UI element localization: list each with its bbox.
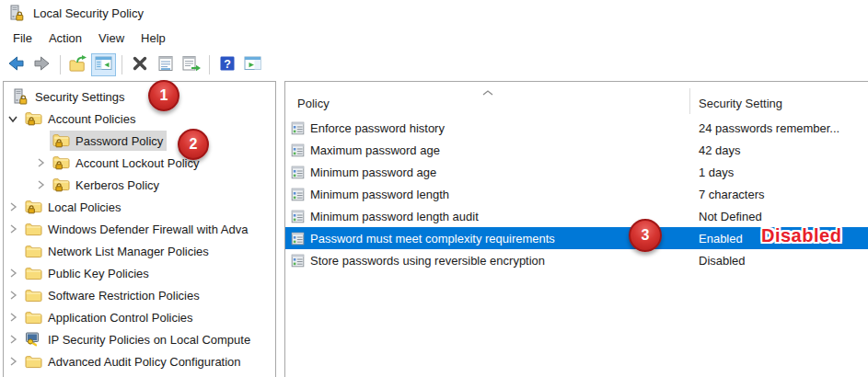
menu-file[interactable]: File (5, 29, 41, 48)
policy-name: Minimum password length (310, 188, 449, 201)
tree-item[interactable]: Kerberos Policy (4, 174, 275, 196)
tree-item[interactable]: Security Settings (4, 86, 275, 108)
annotation-badge-1: 1 (148, 80, 179, 111)
chevron-collapsed-icon[interactable] (7, 290, 18, 301)
chevron-expanded-icon[interactable] (7, 113, 18, 124)
chevron-collapsed-icon[interactable] (7, 268, 18, 279)
menu-bar: FileActionViewHelp (0, 26, 868, 50)
tree-item[interactable]: Application Control Policies (4, 306, 275, 328)
policy-setting: 7 characters (689, 188, 765, 201)
policy-name: Enforce password history (310, 121, 445, 135)
policy-setting: 1 days (689, 166, 734, 179)
tree-item-label: IP Security Policies on Local Compute (48, 333, 250, 347)
tree-item[interactable]: Local Policies (4, 196, 275, 218)
policy-name: Maximum password age (310, 143, 440, 157)
list-rows: Enforce password history24 passwords rem… (285, 117, 868, 271)
tree-item-label: Public Key Policies (48, 267, 149, 280)
policy-setting: Enabled (689, 232, 743, 246)
chevron-collapsed-icon[interactable] (7, 223, 18, 234)
delete-button[interactable] (127, 53, 152, 76)
chevron-collapsed-icon[interactable] (35, 157, 46, 168)
toolbar: ? (0, 50, 868, 79)
app-icon (7, 5, 26, 22)
console-tree-icon (94, 54, 113, 74)
tree-item-label: Account Policies (48, 112, 135, 126)
policy-icon (291, 188, 305, 201)
folder-lock-icon (24, 111, 42, 126)
properties-icon (156, 54, 175, 75)
tree-item[interactable]: IP Security Policies on Local Compute (4, 328, 275, 350)
tree-item-label: Advanced Audit Policy Configuration (48, 355, 241, 369)
policy-icon (291, 166, 305, 179)
folder-export-icon (68, 54, 88, 75)
policy-icon (291, 254, 305, 268)
folder-lock-icon (52, 155, 70, 170)
chevron-collapsed-icon[interactable] (7, 201, 18, 212)
chevron-collapsed-icon[interactable] (35, 179, 46, 190)
policy-name: Minimum password age (310, 166, 436, 179)
tree-item[interactable]: Password Policy (4, 130, 275, 152)
policy-name: Store passwords using reversible encrypt… (310, 254, 545, 268)
folder-icon (24, 355, 42, 369)
folder-icon (24, 311, 42, 325)
column-header-security-setting[interactable]: Security Setting (689, 97, 782, 115)
ipsec-icon (24, 332, 42, 347)
show-action-pane-button[interactable] (240, 53, 265, 76)
action-pane-icon (243, 54, 262, 74)
tree-item[interactable]: Account Policies (4, 108, 275, 130)
menu-view[interactable]: View (90, 29, 133, 48)
tree-item[interactable]: Network List Manager Policies (4, 240, 275, 262)
back-button[interactable] (4, 53, 29, 76)
toolbar-separator (209, 55, 210, 74)
chevron-collapsed-icon[interactable] (7, 356, 18, 367)
tree-item-label: Software Restriction Policies (48, 289, 200, 303)
table-row[interactable]: Minimum password age1 days (285, 161, 868, 183)
tree-item-label: Network List Manager Policies (48, 245, 209, 258)
tree-item-label: Local Policies (48, 200, 122, 214)
folder-icon (24, 245, 42, 258)
back-arrow-icon (6, 54, 26, 75)
svg-text:?: ? (224, 57, 231, 70)
policy-icon (291, 210, 305, 223)
menu-help[interactable]: Help (133, 29, 174, 48)
folder-lock-icon (52, 133, 70, 148)
column-divider[interactable] (689, 88, 690, 114)
sort-ascending-icon[interactable] (481, 86, 494, 99)
table-row[interactable]: Maximum password age42 days (285, 139, 868, 161)
chevron-collapsed-icon[interactable] (7, 334, 18, 345)
properties-button[interactable] (153, 53, 178, 76)
tree-item[interactable]: Advanced Audit Policy Configuration (4, 350, 275, 372)
policy-name: Minimum password length audit (310, 210, 479, 223)
toolbar-separator (122, 55, 122, 74)
policy-setting: Not Defined (689, 210, 762, 223)
tree-item[interactable]: Account Lockout Policy (4, 152, 275, 174)
table-row[interactable]: Enforce password history24 passwords rem… (285, 117, 868, 139)
toolbar-separator (60, 55, 61, 74)
help-button[interactable]: ? (214, 53, 239, 76)
table-row[interactable]: Minimum password length auditNot Defined (285, 205, 868, 227)
tree-item[interactable]: Public Key Policies (4, 262, 275, 284)
tree-item[interactable]: Windows Defender Firewall with Adva (4, 218, 275, 240)
show-console-tree-button[interactable] (91, 53, 116, 76)
folder-icon (24, 267, 42, 280)
folder-icon (24, 223, 42, 236)
tree-item-label: Security Settings (35, 90, 125, 104)
policy-setting: 42 days (689, 143, 741, 157)
tree-item-label: Account Lockout Policy (75, 156, 199, 170)
chevron-collapsed-icon[interactable] (7, 312, 18, 323)
policy-setting: Disabled (689, 254, 746, 268)
annotation-badge-2: 2 (178, 129, 209, 160)
annotation-badge-3: 3 (629, 219, 662, 252)
tree-item-label: Application Control Policies (48, 311, 193, 325)
table-row[interactable]: Minimum password length7 characters (285, 183, 868, 205)
policy-icon (291, 143, 305, 157)
forward-button[interactable] (29, 53, 54, 76)
tree-item[interactable]: Software Restriction Policies (4, 284, 275, 306)
annotation-overlay-text: Disabled (761, 225, 841, 246)
list-header: Policy Security Setting (285, 82, 868, 115)
menu-action[interactable]: Action (41, 29, 90, 48)
table-row[interactable]: Store passwords using reversible encrypt… (285, 249, 868, 271)
export-button[interactable] (65, 53, 90, 76)
column-header-policy[interactable]: Policy (285, 97, 689, 115)
export-list-button[interactable] (179, 53, 203, 76)
